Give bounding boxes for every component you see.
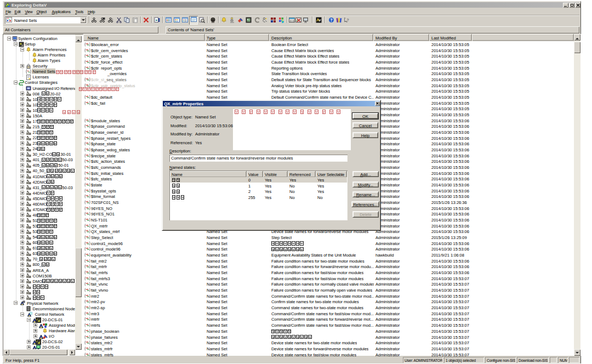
svg-text:?: ? [38, 341, 39, 344]
svg-text:?: ? [38, 319, 39, 322]
svg-text:?: ? [346, 18, 349, 22]
